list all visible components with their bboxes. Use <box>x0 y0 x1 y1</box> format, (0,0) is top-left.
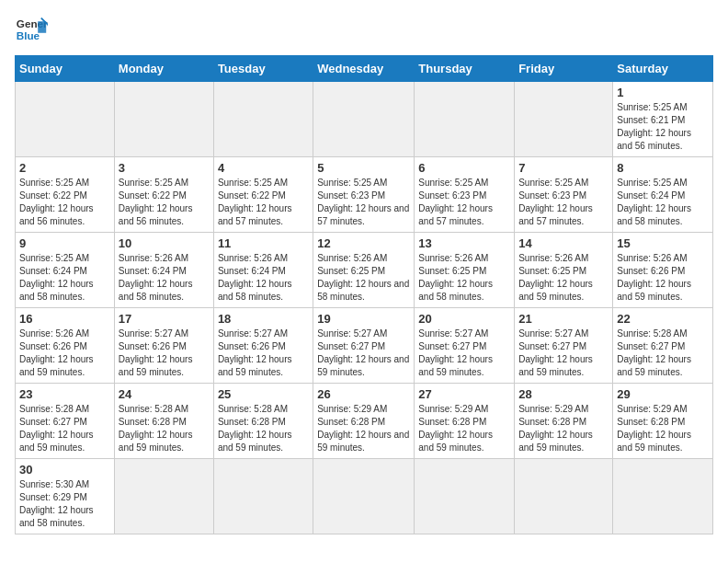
calendar-cell: 23Sunrise: 5:28 AM Sunset: 6:27 PM Dayli… <box>16 384 115 459</box>
calendar-cell: 6Sunrise: 5:25 AM Sunset: 6:23 PM Daylig… <box>415 157 515 233</box>
day-number: 5 <box>317 161 410 175</box>
calendar-cell: 17Sunrise: 5:27 AM Sunset: 6:26 PM Dayli… <box>114 308 213 384</box>
calendar-cell: 22Sunrise: 5:28 AM Sunset: 6:27 PM Dayli… <box>613 308 713 384</box>
calendar-header: SundayMondayTuesdayWednesdayThursdayFrid… <box>16 56 713 82</box>
day-header-saturday: Saturday <box>613 56 713 82</box>
day-info: Sunrise: 5:29 AM Sunset: 6:28 PM Dayligh… <box>418 403 510 454</box>
calendar-cell <box>313 82 415 157</box>
calendar-cell <box>613 459 713 534</box>
day-number: 9 <box>19 236 110 250</box>
calendar-cell: 24Sunrise: 5:28 AM Sunset: 6:28 PM Dayli… <box>114 384 213 459</box>
day-header-thursday: Thursday <box>415 56 515 82</box>
day-number: 12 <box>317 236 410 250</box>
day-number: 6 <box>418 161 510 175</box>
day-info: Sunrise: 5:29 AM Sunset: 6:28 PM Dayligh… <box>317 403 410 454</box>
day-info: Sunrise: 5:25 AM Sunset: 6:23 PM Dayligh… <box>518 177 609 228</box>
day-info: Sunrise: 5:27 AM Sunset: 6:26 PM Dayligh… <box>119 327 210 379</box>
calendar-cell: 2Sunrise: 5:25 AM Sunset: 6:22 PM Daylig… <box>16 157 115 233</box>
calendar-cell <box>213 82 313 157</box>
day-number: 1 <box>617 86 709 99</box>
logo: General Blue <box>15 15 48 48</box>
calendar-cell: 25Sunrise: 5:28 AM Sunset: 6:28 PM Dayli… <box>213 384 313 459</box>
day-number: 18 <box>218 312 309 326</box>
calendar-cell: 9Sunrise: 5:25 AM Sunset: 6:24 PM Daylig… <box>16 233 115 308</box>
day-info: Sunrise: 5:28 AM Sunset: 6:28 PM Dayligh… <box>218 403 309 454</box>
calendar-table: SundayMondayTuesdayWednesdayThursdayFrid… <box>15 55 713 534</box>
day-number: 28 <box>518 387 609 401</box>
calendar-cell: 10Sunrise: 5:26 AM Sunset: 6:24 PM Dayli… <box>114 233 213 308</box>
day-number: 15 <box>617 236 709 250</box>
calendar-cell: 3Sunrise: 5:25 AM Sunset: 6:22 PM Daylig… <box>114 157 213 233</box>
calendar-cell: 30Sunrise: 5:30 AM Sunset: 6:29 PM Dayli… <box>16 459 115 534</box>
day-number: 21 <box>518 312 609 326</box>
day-info: Sunrise: 5:28 AM Sunset: 6:27 PM Dayligh… <box>617 327 709 379</box>
day-info: Sunrise: 5:25 AM Sunset: 6:23 PM Dayligh… <box>317 177 410 228</box>
day-info: Sunrise: 5:26 AM Sunset: 6:26 PM Dayligh… <box>617 252 709 304</box>
day-number: 22 <box>617 312 709 326</box>
day-number: 13 <box>418 236 510 250</box>
calendar-week-0: 1Sunrise: 5:25 AM Sunset: 6:21 PM Daylig… <box>16 82 713 157</box>
calendar-week-5: 30Sunrise: 5:30 AM Sunset: 6:29 PM Dayli… <box>16 459 713 534</box>
calendar-cell: 7Sunrise: 5:25 AM Sunset: 6:23 PM Daylig… <box>515 157 613 233</box>
calendar-cell <box>313 459 415 534</box>
day-header-sunday: Sunday <box>16 56 115 82</box>
day-header-wednesday: Wednesday <box>313 56 415 82</box>
day-number: 29 <box>617 387 709 401</box>
calendar-cell: 29Sunrise: 5:29 AM Sunset: 6:28 PM Dayli… <box>613 384 713 459</box>
calendar-cell <box>114 459 213 534</box>
day-number: 16 <box>19 312 110 326</box>
calendar-cell: 4Sunrise: 5:25 AM Sunset: 6:22 PM Daylig… <box>213 157 313 233</box>
day-info: Sunrise: 5:25 AM Sunset: 6:22 PM Dayligh… <box>19 177 110 228</box>
logo-icon: General Blue <box>15 15 48 48</box>
day-number: 10 <box>119 236 210 250</box>
day-info: Sunrise: 5:26 AM Sunset: 6:24 PM Dayligh… <box>119 252 210 304</box>
day-number: 27 <box>418 387 510 401</box>
calendar-cell <box>114 82 213 157</box>
day-number: 2 <box>19 161 110 175</box>
day-info: Sunrise: 5:28 AM Sunset: 6:28 PM Dayligh… <box>119 403 210 454</box>
header: General Blue <box>15 15 713 48</box>
day-info: Sunrise: 5:26 AM Sunset: 6:24 PM Dayligh… <box>218 252 309 304</box>
calendar-cell: 27Sunrise: 5:29 AM Sunset: 6:28 PM Dayli… <box>415 384 515 459</box>
day-header-monday: Monday <box>114 56 213 82</box>
day-info: Sunrise: 5:27 AM Sunset: 6:27 PM Dayligh… <box>317 327 410 379</box>
calendar-week-4: 23Sunrise: 5:28 AM Sunset: 6:27 PM Dayli… <box>16 384 713 459</box>
day-number: 14 <box>518 236 609 250</box>
calendar-cell: 18Sunrise: 5:27 AM Sunset: 6:26 PM Dayli… <box>213 308 313 384</box>
calendar-cell <box>213 459 313 534</box>
day-info: Sunrise: 5:28 AM Sunset: 6:27 PM Dayligh… <box>19 403 110 454</box>
calendar-cell: 15Sunrise: 5:26 AM Sunset: 6:26 PM Dayli… <box>613 233 713 308</box>
calendar-cell: 5Sunrise: 5:25 AM Sunset: 6:23 PM Daylig… <box>313 157 415 233</box>
day-number: 3 <box>119 161 210 175</box>
day-info: Sunrise: 5:25 AM Sunset: 6:24 PM Dayligh… <box>19 252 110 304</box>
day-info: Sunrise: 5:26 AM Sunset: 6:25 PM Dayligh… <box>518 252 609 304</box>
day-number: 30 <box>19 463 110 477</box>
day-header-friday: Friday <box>515 56 613 82</box>
day-info: Sunrise: 5:27 AM Sunset: 6:27 PM Dayligh… <box>518 327 609 379</box>
day-info: Sunrise: 5:25 AM Sunset: 6:24 PM Dayligh… <box>617 177 709 228</box>
calendar-cell: 21Sunrise: 5:27 AM Sunset: 6:27 PM Dayli… <box>515 308 613 384</box>
calendar-cell: 28Sunrise: 5:29 AM Sunset: 6:28 PM Dayli… <box>515 384 613 459</box>
calendar-week-1: 2Sunrise: 5:25 AM Sunset: 6:22 PM Daylig… <box>16 157 713 233</box>
calendar-cell <box>515 82 613 157</box>
day-info: Sunrise: 5:26 AM Sunset: 6:25 PM Dayligh… <box>418 252 510 304</box>
header-row: SundayMondayTuesdayWednesdayThursdayFrid… <box>16 56 713 82</box>
day-info: Sunrise: 5:27 AM Sunset: 6:26 PM Dayligh… <box>218 327 309 379</box>
day-number: 4 <box>218 161 309 175</box>
day-number: 7 <box>518 161 609 175</box>
day-number: 11 <box>218 236 309 250</box>
day-info: Sunrise: 5:27 AM Sunset: 6:27 PM Dayligh… <box>418 327 510 379</box>
day-info: Sunrise: 5:29 AM Sunset: 6:28 PM Dayligh… <box>617 403 709 454</box>
day-info: Sunrise: 5:25 AM Sunset: 6:21 PM Dayligh… <box>617 101 709 153</box>
day-number: 25 <box>218 387 309 401</box>
day-number: 23 <box>19 387 110 401</box>
calendar-cell <box>415 82 515 157</box>
calendar-week-3: 16Sunrise: 5:26 AM Sunset: 6:26 PM Dayli… <box>16 308 713 384</box>
calendar-cell: 26Sunrise: 5:29 AM Sunset: 6:28 PM Dayli… <box>313 384 415 459</box>
calendar-cell: 19Sunrise: 5:27 AM Sunset: 6:27 PM Dayli… <box>313 308 415 384</box>
calendar-cell: 13Sunrise: 5:26 AM Sunset: 6:25 PM Dayli… <box>415 233 515 308</box>
day-info: Sunrise: 5:25 AM Sunset: 6:22 PM Dayligh… <box>119 177 210 228</box>
day-info: Sunrise: 5:29 AM Sunset: 6:28 PM Dayligh… <box>518 403 609 454</box>
calendar-cell: 16Sunrise: 5:26 AM Sunset: 6:26 PM Dayli… <box>16 308 115 384</box>
calendar-cell: 11Sunrise: 5:26 AM Sunset: 6:24 PM Dayli… <box>213 233 313 308</box>
